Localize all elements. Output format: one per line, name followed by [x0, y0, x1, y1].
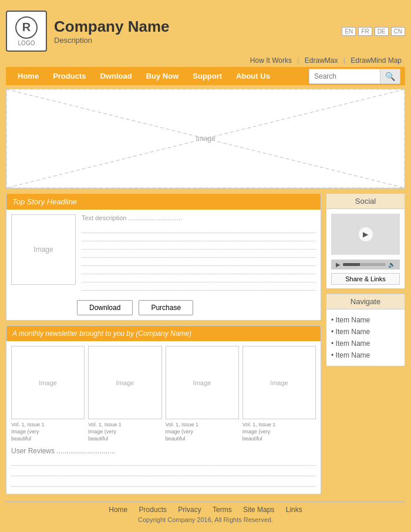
- story-dotted-lines: [82, 225, 316, 291]
- story-line-8: [82, 282, 316, 291]
- footer-separator: [6, 501, 405, 502]
- story-line-7: [82, 274, 316, 282]
- caption-3-line2: Image (very: [166, 429, 239, 436]
- newsletter-item-3: Image Vol. 1, Issue 1 Image (very beauti…: [166, 346, 239, 442]
- company-desc: Description: [54, 36, 170, 45]
- video-player[interactable]: ▶: [331, 214, 400, 255]
- newsletter-content: Image Vol. 1, Issue 1 Image (very beauti…: [6, 341, 321, 494]
- story-text: Text description .......................…: [82, 214, 316, 291]
- play-ctrl-icon[interactable]: ▶: [336, 261, 341, 268]
- navigate-item-2[interactable]: Item Name: [331, 326, 400, 338]
- lang-de[interactable]: DE: [375, 27, 389, 36]
- newsletter-item-4: Image Vol. 1, Issue 1 Image (very beauti…: [242, 346, 316, 442]
- logo-letter: R: [22, 21, 31, 34]
- newsletter-img-label-3: Image: [193, 379, 211, 386]
- footer-link-products[interactable]: Products: [134, 506, 171, 514]
- main-area: Top Story Headline Image Text descriptio…: [6, 193, 405, 494]
- caption-3-line1: Vol. 1, Issue 1: [166, 422, 239, 429]
- caption-4-line3: beautiful: [242, 436, 316, 443]
- story-line-4: [82, 250, 316, 258]
- lang-cn[interactable]: CN: [391, 27, 405, 36]
- navbar: Home Products Dwnload Buy Now Support Ab…: [6, 67, 405, 85]
- progress-bar: [343, 263, 386, 266]
- navigate-item-4[interactable]: Item Name: [331, 349, 400, 361]
- top-story-header: Top Story Headline: [6, 194, 321, 210]
- nav-download[interactable]: Dwnload: [93, 67, 139, 85]
- review-line-3: [11, 479, 316, 487]
- hero-area: Image: [6, 89, 405, 188]
- sep2: |: [343, 56, 345, 65]
- footer-link-privacy[interactable]: Privacy: [173, 506, 206, 514]
- newsletter-header: A monthly newsletter brought to you by (…: [6, 326, 321, 341]
- content-right: Social ▶ ▶ 🔈 Share & Links Navigate Item: [326, 193, 405, 494]
- search-input[interactable]: [309, 70, 380, 83]
- story-line-2: [82, 233, 316, 241]
- newsletter-image-box-3: Image: [166, 346, 239, 419]
- newsletter-image-box-1: Image: [11, 346, 85, 419]
- review-line-1: [11, 457, 316, 466]
- reviews-label: User Reviews ...........................…: [11, 447, 316, 455]
- social-box: Social ▶ ▶ 🔈 Share & Links: [326, 193, 405, 289]
- logo-circle: R: [15, 16, 38, 39]
- top-link-edrawmindmap[interactable]: EdrawMind Map: [347, 56, 405, 65]
- nav-home[interactable]: Home: [11, 67, 46, 85]
- share-links-button[interactable]: Share & Links: [331, 273, 400, 285]
- navigate-item-3[interactable]: Item Name: [331, 338, 400, 349]
- footer-copyright: Copyright Company 2016, All Rights Reser…: [6, 516, 405, 523]
- footer-link-sitemaps[interactable]: Site Maps: [238, 506, 279, 514]
- top-story-box: Top Story Headline Image Text descriptio…: [6, 193, 321, 321]
- navigate-header: Navigate: [326, 294, 405, 309]
- top-link-edrawmax[interactable]: EdrawMax: [301, 56, 342, 65]
- navigate-list: Item Name Item Name Item Name Item Name: [326, 309, 405, 366]
- story-line-5: [82, 258, 316, 266]
- story-line-3: [82, 241, 316, 250]
- newsletter-img-label-1: Image: [39, 379, 57, 386]
- company-name: Company Name: [54, 18, 170, 36]
- progress-fill: [343, 263, 360, 266]
- footer-link-home[interactable]: Home: [104, 506, 132, 514]
- nav-buynow[interactable]: Buy Now: [139, 67, 186, 85]
- newsletter-item-1: Image Vol. 1, Issue 1 Image (very beauti…: [11, 346, 85, 442]
- newsletter-caption-3: Vol. 1, Issue 1 Image (very beautiful: [166, 422, 239, 442]
- download-button[interactable]: Download: [77, 300, 133, 315]
- nav-support[interactable]: Support: [186, 67, 229, 85]
- caption-2-line2: Image (very: [88, 429, 161, 436]
- navigate-item-1[interactable]: Item Name: [331, 314, 400, 326]
- logo-area: R LOGO Company Name Description: [6, 11, 170, 52]
- caption-1-line2: Image (very: [11, 429, 85, 436]
- caption-1-line3: beautiful: [11, 436, 85, 443]
- story-line-1: [82, 225, 316, 233]
- sep1: |: [297, 56, 299, 65]
- play-button[interactable]: ▶: [359, 227, 373, 241]
- newsletter-image-box-2: Image: [88, 346, 161, 419]
- search-button[interactable]: 🔍: [380, 69, 400, 83]
- newsletter-box: A monthly newsletter brought to you by (…: [6, 325, 321, 494]
- search-area: 🔍: [309, 69, 400, 84]
- caption-4-line1: Vol. 1, Issue 1: [242, 422, 316, 429]
- top-link-howitworks[interactable]: How It Works: [247, 56, 295, 65]
- footer-link-links[interactable]: Links: [281, 506, 307, 514]
- lang-fr[interactable]: FR: [358, 27, 372, 36]
- caption-1-line1: Vol. 1, Issue 1: [11, 422, 85, 429]
- logo-text: LOGO: [18, 40, 35, 46]
- newsletter-img-label-2: Image: [116, 379, 134, 386]
- nav-aboutus[interactable]: About Us: [229, 67, 277, 85]
- story-desc: Text description .......................…: [82, 214, 316, 221]
- purchase-button[interactable]: Purchase: [139, 300, 193, 315]
- caption-2-line3: beautiful: [88, 436, 161, 443]
- newsletter-caption-2: Vol. 1, Issue 1 Image (very beautiful: [88, 422, 161, 442]
- nav-items: Home Products Dwnload Buy Now Support Ab…: [11, 67, 309, 85]
- lang-en[interactable]: EN: [342, 27, 356, 36]
- review-line-2: [11, 468, 316, 476]
- nav-products[interactable]: Products: [46, 67, 93, 85]
- newsletter-item-2: Image Vol. 1, Issue 1 Image (very beauti…: [88, 346, 161, 442]
- footer-link-terms[interactable]: Terms: [208, 506, 237, 514]
- caption-3-line3: beautiful: [166, 436, 239, 443]
- company-info: Company Name Description: [54, 18, 170, 45]
- story-line-6: [82, 266, 316, 274]
- hero-image-label: Image: [196, 134, 215, 143]
- volume-icon[interactable]: 🔈: [388, 261, 395, 268]
- caption-2-line1: Vol. 1, Issue 1: [88, 422, 161, 429]
- story-image-box: Image: [11, 214, 76, 285]
- video-controls: ▶ 🔈: [331, 260, 400, 270]
